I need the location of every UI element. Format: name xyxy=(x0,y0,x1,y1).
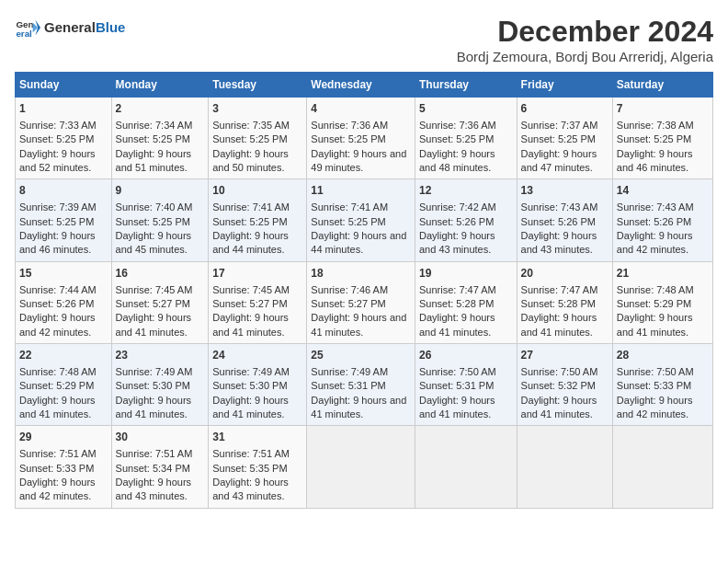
daylight-label: Daylight: 9 hours and 41 minutes. xyxy=(116,395,192,419)
calendar-table: SundayMondayTuesdayWednesdayThursdayFrid… xyxy=(15,72,713,509)
daylight-label: Daylight: 9 hours and 42 minutes. xyxy=(617,230,693,255)
day-number: 26 xyxy=(419,348,513,363)
daylight-label: Daylight: 9 hours and 48 minutes. xyxy=(419,148,495,173)
daylight-label: Daylight: 9 hours and 46 minutes. xyxy=(617,148,693,173)
day-number: 9 xyxy=(116,183,205,199)
day-number: 2 xyxy=(116,101,205,117)
sunset-label: Sunset: 5:29 PM xyxy=(617,298,691,309)
sunrise-label: Sunrise: 7:40 AM xyxy=(116,201,193,213)
sunset-label: Sunset: 5:33 PM xyxy=(617,380,691,391)
day-cell: 24Sunrise: 7:49 AMSunset: 5:30 PMDayligh… xyxy=(209,344,307,426)
day-cell: 3Sunrise: 7:35 AMSunset: 5:25 PMDaylight… xyxy=(209,98,307,179)
day-number: 19 xyxy=(419,266,513,282)
day-number: 16 xyxy=(116,266,205,282)
title-block: December 2024 Bordj Zemoura, Bordj Bou A… xyxy=(457,15,713,64)
day-cell: 15Sunrise: 7:44 AMSunset: 5:26 PMDayligh… xyxy=(16,261,112,343)
day-cell: 22Sunrise: 7:48 AMSunset: 5:29 PMDayligh… xyxy=(16,344,112,426)
sunset-label: Sunset: 5:25 PM xyxy=(19,133,94,144)
day-number: 10 xyxy=(212,183,302,199)
day-cell xyxy=(517,426,612,508)
sunset-label: Sunset: 5:30 PM xyxy=(212,380,287,391)
day-number: 4 xyxy=(311,101,411,117)
sunset-label: Sunset: 5:26 PM xyxy=(419,216,494,227)
day-cell: 20Sunrise: 7:47 AMSunset: 5:28 PMDayligh… xyxy=(517,261,612,343)
day-cell: 19Sunrise: 7:47 AMSunset: 5:28 PMDayligh… xyxy=(415,261,517,343)
day-cell: 11Sunrise: 7:41 AMSunset: 5:25 PMDayligh… xyxy=(307,179,415,261)
daylight-label: Daylight: 9 hours and 41 minutes. xyxy=(521,312,597,337)
sunrise-label: Sunrise: 7:47 AM xyxy=(419,284,496,295)
sunrise-label: Sunrise: 7:34 AM xyxy=(116,120,193,131)
sunrise-label: Sunrise: 7:50 AM xyxy=(617,366,694,377)
day-cell xyxy=(612,426,712,508)
logo-general: General xyxy=(44,19,96,35)
day-number: 5 xyxy=(419,101,513,117)
col-header-wednesday: Wednesday xyxy=(307,73,415,98)
sunrise-label: Sunrise: 7:45 AM xyxy=(116,284,193,295)
day-cell: 4Sunrise: 7:36 AMSunset: 5:25 PMDaylight… xyxy=(307,98,415,179)
daylight-label: Daylight: 9 hours and 41 minutes. xyxy=(419,395,495,419)
sunrise-label: Sunrise: 7:49 AM xyxy=(116,366,193,377)
day-cell xyxy=(415,426,517,508)
sunset-label: Sunset: 5:25 PM xyxy=(419,133,494,144)
sunrise-label: Sunrise: 7:36 AM xyxy=(419,120,496,131)
sunrise-label: Sunrise: 7:51 AM xyxy=(212,448,290,459)
daylight-label: Daylight: 9 hours and 49 minutes. xyxy=(311,148,406,173)
day-cell: 2Sunrise: 7:34 AMSunset: 5:25 PMDaylight… xyxy=(111,98,209,179)
daylight-label: Daylight: 9 hours and 41 minutes. xyxy=(212,312,289,337)
sunset-label: Sunset: 5:31 PM xyxy=(311,380,385,391)
sunrise-label: Sunrise: 7:47 AM xyxy=(521,284,598,295)
daylight-label: Daylight: 9 hours and 50 minutes. xyxy=(212,148,289,173)
sunrise-label: Sunrise: 7:36 AM xyxy=(311,120,388,131)
subtitle: Bordj Zemoura, Bordj Bou Arreridj, Alger… xyxy=(457,49,713,64)
daylight-label: Daylight: 9 hours and 42 minutes. xyxy=(19,312,96,337)
sunset-label: Sunset: 5:26 PM xyxy=(19,298,94,309)
day-cell: 7Sunrise: 7:38 AMSunset: 5:25 PMDaylight… xyxy=(612,98,712,179)
sunrise-label: Sunrise: 7:48 AM xyxy=(19,366,97,377)
sunrise-label: Sunrise: 7:51 AM xyxy=(19,448,97,459)
day-cell xyxy=(307,426,415,508)
main-title: December 2024 xyxy=(457,15,713,49)
day-number: 31 xyxy=(212,430,302,445)
day-number: 3 xyxy=(212,101,302,117)
day-cell: 18Sunrise: 7:46 AMSunset: 5:27 PMDayligh… xyxy=(307,261,415,343)
week-row-5: 29Sunrise: 7:51 AMSunset: 5:33 PMDayligh… xyxy=(16,426,713,508)
sunset-label: Sunset: 5:25 PM xyxy=(617,133,691,144)
col-header-thursday: Thursday xyxy=(415,73,517,98)
sunset-label: Sunset: 5:27 PM xyxy=(212,298,287,309)
sunset-label: Sunset: 5:28 PM xyxy=(419,298,494,309)
logo-icon: Gen eral xyxy=(15,15,40,40)
day-number: 18 xyxy=(311,266,411,282)
day-number: 27 xyxy=(521,348,609,363)
sunrise-label: Sunrise: 7:39 AM xyxy=(19,201,97,213)
header: Gen eral GeneralBlue December 2024 Bordj… xyxy=(15,15,713,64)
sunrise-label: Sunrise: 7:43 AM xyxy=(521,201,598,213)
day-number: 25 xyxy=(311,348,411,363)
daylight-label: Daylight: 9 hours and 41 minutes. xyxy=(617,312,693,337)
day-cell: 1Sunrise: 7:33 AMSunset: 5:25 PMDaylight… xyxy=(16,98,112,179)
day-number: 8 xyxy=(19,183,108,199)
sunset-label: Sunset: 5:25 PM xyxy=(212,216,287,227)
day-cell: 8Sunrise: 7:39 AMSunset: 5:25 PMDaylight… xyxy=(16,179,112,261)
daylight-label: Daylight: 9 hours and 41 minutes. xyxy=(116,312,192,337)
sunset-label: Sunset: 5:28 PM xyxy=(521,298,596,309)
sunset-label: Sunset: 5:26 PM xyxy=(617,216,691,227)
sunrise-label: Sunrise: 7:42 AM xyxy=(419,201,496,213)
day-cell: 27Sunrise: 7:50 AMSunset: 5:32 PMDayligh… xyxy=(517,344,612,426)
daylight-label: Daylight: 9 hours and 43 minutes. xyxy=(521,230,597,255)
day-number: 24 xyxy=(212,348,302,363)
daylight-label: Daylight: 9 hours and 43 minutes. xyxy=(212,477,289,501)
day-number: 15 xyxy=(19,266,108,282)
day-cell: 5Sunrise: 7:36 AMSunset: 5:25 PMDaylight… xyxy=(415,98,517,179)
day-cell: 26Sunrise: 7:50 AMSunset: 5:31 PMDayligh… xyxy=(415,344,517,426)
day-cell: 17Sunrise: 7:45 AMSunset: 5:27 PMDayligh… xyxy=(209,261,307,343)
sunrise-label: Sunrise: 7:41 AM xyxy=(311,201,388,213)
day-number: 21 xyxy=(617,266,709,282)
sunrise-label: Sunrise: 7:38 AM xyxy=(617,120,694,131)
day-number: 29 xyxy=(19,430,108,445)
week-row-4: 22Sunrise: 7:48 AMSunset: 5:29 PMDayligh… xyxy=(16,344,713,426)
daylight-label: Daylight: 9 hours and 43 minutes. xyxy=(116,477,192,501)
sunset-label: Sunset: 5:27 PM xyxy=(311,298,385,309)
daylight-label: Daylight: 9 hours and 42 minutes. xyxy=(617,395,693,419)
daylight-label: Daylight: 9 hours and 42 minutes. xyxy=(19,477,96,501)
daylight-label: Daylight: 9 hours and 44 minutes. xyxy=(311,230,406,255)
